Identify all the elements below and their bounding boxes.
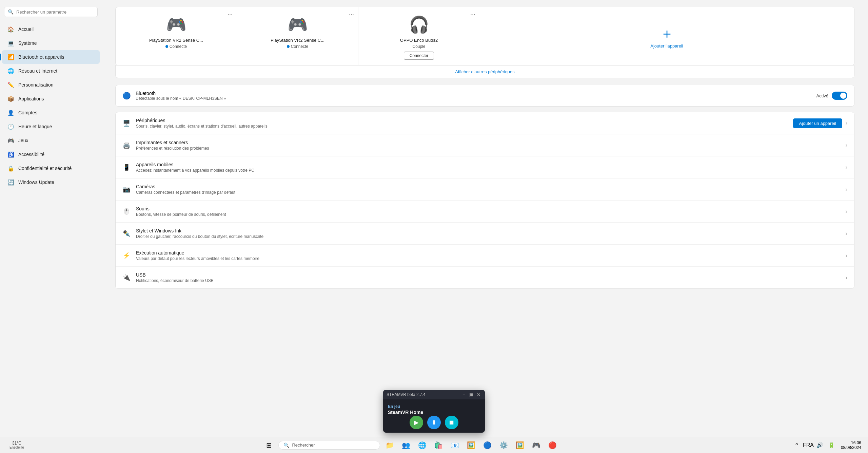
bluetooth-toggle[interactable] [832,92,847,100]
setting-icon-execution: ⚡ [122,251,131,260]
tray-volume[interactable]: 🔊 [815,440,825,450]
setting-sub-stylet: Droitier ou gaucher, raccourcis du bouto… [136,234,840,239]
show-more-anchor[interactable]: Afficher d'autres périphériques [455,69,515,74]
connected-dot-1 [287,45,290,48]
setting-actions-peripheriques: Ajouter un appareil› [793,118,847,128]
taskbar-chrome[interactable]: 🔵 [480,438,494,452]
weather-widget[interactable]: 31°C Ensoleillé [4,441,29,449]
setting-row-imprimantes[interactable]: 🖨️Imprimantes et scannersPréférences et … [116,134,854,156]
steamvr-restore[interactable]: ▣ [469,392,474,397]
bluetooth-toggle-area[interactable]: Activé [816,92,847,100]
setting-info-peripheriques: PériphériquesSouris, clavier, stylet, au… [136,118,788,129]
sidebar-item-applications[interactable]: 📦Applications [2,92,100,106]
taskbar-search[interactable]: 🔍 Rechercher [278,441,380,450]
system-clock[interactable]: 16:06 08/08/2024 [838,440,864,450]
steamvr-btn-play[interactable]: ▶ [410,416,423,429]
sidebar-item-confidentialite[interactable]: 🔒Confidentialité et sécurité [2,162,100,175]
settings-group: 🖥️PériphériquesSouris, clavier, stylet, … [115,112,854,289]
setting-row-usb[interactable]: 🔌USBNotifications, économiseur de batter… [116,267,854,288]
setting-info-execution: Exécution automatiqueValeurs par défaut … [136,250,840,261]
sidebar-item-reseau[interactable]: 🌐Réseau et Internet [2,64,100,78]
sidebar-label-jeux: Jeux [18,138,28,143]
setting-row-cameras[interactable]: 📷CamérasCaméras connectées et paramètres… [116,178,854,201]
bluetooth-icon: 🔵 [122,92,131,100]
setting-icon-imprimantes: 🖨️ [122,141,131,149]
show-more-link[interactable]: Afficher d'autres périphériques [115,65,854,78]
sidebar-icon-reseau: 🌐 [7,68,14,74]
sidebar-item-jeux[interactable]: 🎮Jeux [2,134,100,147]
device-name-0: PlayStation VR2 Sense C... [149,38,203,43]
toggle-knob [840,93,846,99]
taskbar-settings[interactable]: ⚙️ [497,438,510,452]
device-card-0[interactable]: ···🎮PlayStation VR2 Sense C...Connecté [116,7,237,65]
steamvr-minimize[interactable]: − [461,392,467,397]
setting-info-souris: SourisBoutons, vitesse de pointeur de so… [136,206,840,217]
taskbar-teams[interactable]: 👥 [399,438,413,452]
sidebar-label-personnalisation: Personnalisation [18,82,54,88]
sidebar-label-comptes: Comptes [18,110,37,115]
taskbar-photos[interactable]: 🖼️ [464,438,478,452]
device-more-btn-2[interactable]: ··· [470,11,475,18]
setting-title-souris: Souris [136,206,840,211]
device-card-2[interactable]: ···🎧OPPO Enco Buds2CoupléConnecter [358,7,479,65]
steamvr-btn-pause[interactable]: ⏸ [427,416,441,429]
sidebar-icon-confidentialite: 🔒 [7,165,14,172]
setting-row-execution[interactable]: ⚡Exécution automatiqueValeurs par défaut… [116,245,854,267]
setting-actions-execution: › [846,252,847,259]
setting-title-cameras: Caméras [136,184,840,189]
start-button[interactable]: ⊞ [262,438,276,452]
sidebar-item-heure[interactable]: 🕐Heure et langue [2,120,100,133]
sidebar-icon-personnalisation: ✏️ [7,81,14,88]
weather-desc: Ensoleillé [9,446,24,449]
sidebar-item-accueil[interactable]: 🏠Accueil [2,22,100,36]
add-device-btn-peripheriques[interactable]: Ajouter un appareil [793,118,842,128]
device-more-btn-1[interactable]: ··· [349,11,354,18]
clock-time: 16:06 [851,440,861,445]
setting-row-stylet[interactable]: ✒️Stylet et Windows InkDroitier ou gauch… [116,223,854,245]
sidebar-label-heure: Heure et langue [18,124,52,129]
setting-info-appareils_mobiles: Appareils mobilesAccédez instantanément … [136,162,840,173]
taskbar-store[interactable]: 🛍️ [432,438,445,452]
bluetooth-title: Bluetooth [136,91,812,96]
taskbar-mail[interactable]: 📧 [448,438,461,452]
taskbar-right: ^ FRA 🔊 🔋 16:06 08/08/2024 [788,440,868,450]
search-box[interactable]: 🔍 [4,7,98,17]
add-icon: ＋ [660,26,674,40]
add-device-label: Ajouter l'appareil [650,43,683,49]
taskbar-files[interactable]: 📁 [383,438,396,452]
sidebar-item-systeme[interactable]: 💻Système [2,36,100,50]
chevron-appareils_mobiles: › [846,164,847,170]
sidebar-item-update[interactable]: 🔄Windows Update [2,175,100,189]
device-name-2: OPPO Enco Buds2 [400,38,438,43]
sidebar-item-accessibilite[interactable]: ♿Accessibilité [2,148,100,161]
search-input[interactable] [16,10,84,15]
connected-dot-0 [165,45,168,48]
setting-row-souris[interactable]: 🖱️SourisBoutons, vitesse de pointeur de … [116,201,854,223]
steamvr-close[interactable]: ✕ [476,392,481,397]
tray-battery[interactable]: 🔋 [827,440,836,450]
device-name-1: PlayStation VR2 Sense C... [271,38,324,43]
device-card-1[interactable]: ···🎮PlayStation VR2 Sense C...Connecté [237,7,358,65]
tray-lang[interactable]: FRA [804,440,813,450]
setting-row-appareils_mobiles[interactable]: 📱Appareils mobilesAccédez instantanément… [116,156,854,178]
steamvr-btn-stop[interactable]: ⏹ [445,416,458,429]
setting-info-usb: USBNotifications, économiseur de batteri… [136,272,840,283]
taskbar-gallery[interactable]: 🖼️ [513,438,527,452]
sidebar-item-personnalisation[interactable]: ✏️Personnalisation [2,78,100,92]
chevron-imprimantes: › [846,142,847,148]
device-more-btn-0[interactable]: ··· [228,11,233,18]
taskbar-steam[interactable]: 🎮 [529,438,543,452]
tray-chevron[interactable]: ^ [792,440,802,450]
steamvr-title: STEAMVR beta 2.7.4 [387,392,426,397]
taskbar-edge[interactable]: 🌐 [415,438,429,452]
connect-btn-2[interactable]: Connecter [404,52,434,60]
taskbar-extra[interactable]: 🔴 [546,438,559,452]
setting-row-peripheriques[interactable]: 🖥️PériphériquesSouris, clavier, stylet, … [116,112,854,134]
setting-info-cameras: CamérasCaméras connectées et paramètres … [136,184,840,195]
sidebar-item-comptes[interactable]: 👤Comptes [2,106,100,119]
setting-actions-cameras: › [846,186,847,192]
add-device-card[interactable]: ＋ Ajouter l'appareil [479,7,854,65]
sidebar-item-bluetooth[interactable]: 📶Bluetooth et appareils [2,50,100,64]
setting-title-stylet: Stylet et Windows Ink [136,228,840,233]
setting-info-imprimantes: Imprimantes et scannersPréférences et ré… [136,140,840,151]
